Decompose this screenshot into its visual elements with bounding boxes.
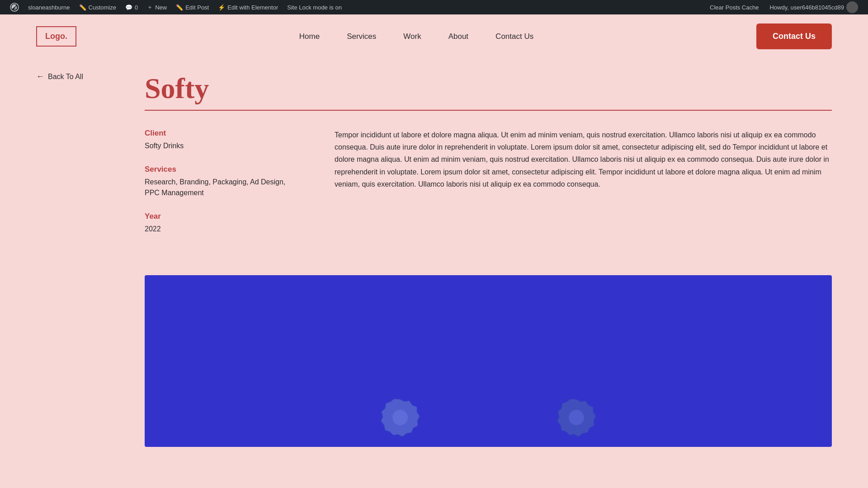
back-to-all-label: Back To All: [48, 73, 83, 81]
wp-icon: [10, 3, 19, 12]
project-image: [145, 275, 832, 447]
comments-icon: 💬: [125, 4, 132, 11]
comments-item[interactable]: 💬 0: [121, 0, 142, 14]
bottle-cap-left: [380, 397, 420, 438]
project-title: Softy: [145, 72, 832, 105]
howdy-item[interactable]: Howdy, user646b81045cd89: [765, 1, 863, 13]
svg-point-2: [392, 409, 408, 426]
edit-post-icon: ✏️: [176, 4, 183, 11]
bottle-caps-decoration: [380, 397, 597, 447]
clear-cache-label: Clear Posts Cache: [710, 4, 759, 11]
wp-logo-item[interactable]: [5, 0, 24, 14]
customize-icon: ✏️: [79, 4, 86, 11]
site-name-label: sloaneashburne: [28, 4, 70, 11]
site-header: Logo. Home Services Work About Contact U…: [0, 14, 868, 58]
title-divider: [145, 110, 832, 111]
main-nav: Home Services Work About Contact Us: [299, 32, 533, 41]
services-label: Services: [145, 165, 298, 174]
elementor-label: Edit with Elementor: [227, 4, 278, 11]
services-value: Research, Branding, Packaging, Ad Design…: [145, 177, 298, 198]
edit-post-label: Edit Post: [185, 4, 209, 11]
site-lock-label: Site Lock mode is on: [287, 4, 342, 11]
contact-us-button[interactable]: Contact Us: [756, 23, 832, 49]
elementor-item[interactable]: ⚡ Edit with Elementor: [213, 0, 283, 14]
project-meta-col: Client Softy Drinks Services Research, B…: [145, 129, 298, 248]
edit-post-item[interactable]: ✏️ Edit Post: [171, 0, 213, 14]
client-label: Client: [145, 129, 298, 138]
year-value: 2022: [145, 224, 298, 235]
nav-contact[interactable]: Contact Us: [495, 32, 533, 41]
project-section: Softy Client Softy Drinks Services Resea…: [145, 72, 832, 248]
site-lock-item: Site Lock mode is on: [283, 0, 346, 14]
project-description: Tempor incididunt ut labore et dolore ma…: [335, 129, 832, 190]
clear-cache-item[interactable]: Clear Posts Cache: [705, 0, 763, 14]
new-icon: ＋: [147, 3, 153, 11]
back-to-all-link[interactable]: ← Back To All: [36, 72, 83, 81]
new-item[interactable]: ＋ New: [142, 0, 171, 14]
comments-count: 0: [135, 4, 138, 11]
howdy-label: Howdy, user646b81045cd89: [769, 4, 844, 11]
site-name-item[interactable]: sloaneashburne: [24, 0, 75, 14]
site-wrapper: Logo. Home Services Work About Contact U…: [0, 14, 868, 488]
bottle-cap-right: [556, 397, 597, 438]
logo[interactable]: Logo.: [36, 26, 76, 47]
customize-label: Customize: [89, 4, 116, 11]
client-value: Softy Drinks: [145, 141, 298, 151]
project-description-col: Tempor incididunt ut labore et dolore ma…: [335, 129, 832, 248]
customize-item[interactable]: ✏️ Customize: [75, 0, 121, 14]
new-label: New: [155, 4, 167, 11]
page-content: ← Back To All Softy Client Softy Drinks …: [0, 58, 868, 474]
project-meta-row: Client Softy Drinks Services Research, B…: [145, 129, 832, 248]
elementor-icon: ⚡: [218, 4, 225, 11]
svg-point-4: [568, 409, 585, 426]
year-label: Year: [145, 212, 298, 221]
admin-bar-right: Clear Posts Cache Howdy, user646b81045cd…: [705, 0, 863, 14]
nav-work[interactable]: Work: [403, 32, 421, 41]
avatar: [846, 1, 858, 13]
back-arrow-icon: ←: [36, 72, 44, 81]
nav-home[interactable]: Home: [299, 32, 320, 41]
admin-bar: sloaneashburne ✏️ Customize 💬 0 ＋ New ✏️…: [0, 0, 868, 14]
nav-about[interactable]: About: [448, 32, 468, 41]
nav-services[interactable]: Services: [347, 32, 376, 41]
